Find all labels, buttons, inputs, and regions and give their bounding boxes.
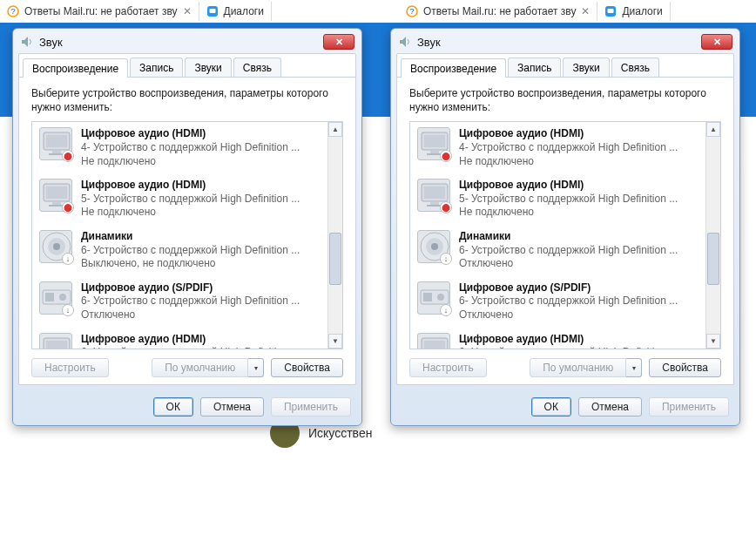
device-item[interactable]: ⬤Цифровое аудио (HDMI)4- Устройство с по… <box>410 122 705 173</box>
dialog-titlebar[interactable]: Звук ✕ <box>13 29 361 53</box>
close-icon[interactable]: ✕ <box>183 5 192 17</box>
tab-bar: Воспроизведение Запись Звуки Связь <box>397 54 733 78</box>
scroll-track[interactable] <box>706 137 720 334</box>
tab-playback[interactable]: Воспроизведение <box>401 58 506 78</box>
properties-button[interactable]: Свойства <box>649 358 721 377</box>
device-item[interactable]: ⬤Цифровое аудио (HDMI)5- Устройство с по… <box>32 173 327 225</box>
device-icon: ↓ <box>39 333 72 349</box>
default-dropdown[interactable]: По умолчанию ▾ <box>152 358 264 377</box>
device-name: Цифровое аудио (HDMI) <box>459 127 699 141</box>
scroll-up-button[interactable]: ▲ <box>706 122 720 137</box>
dialog-icon <box>604 5 617 17</box>
device-icon: ⬤ <box>39 127 72 160</box>
sound-icon <box>398 35 412 49</box>
browser-tab[interactable]: ? Ответы Mail.ru: не работает зву ✕ <box>399 2 598 21</box>
cancel-button[interactable]: Отмена <box>578 397 642 416</box>
device-icon: ↓ <box>417 333 450 349</box>
device-description: 5- Устройство с поддержкой High Definiti… <box>81 193 321 207</box>
tab-sounds[interactable]: Звуки <box>185 58 231 77</box>
device-description: 4- Устройство с поддержкой High Definiti… <box>81 141 321 155</box>
instruction-text: Выберите устройство воспроизведения, пар… <box>397 78 733 121</box>
device-name: Цифровое аудио (HDMI) <box>459 333 699 347</box>
svg-rect-15 <box>52 202 61 205</box>
mail-icon: ? <box>406 5 418 17</box>
scroll-thumb[interactable] <box>707 233 719 285</box>
device-list[interactable]: ⬤Цифровое аудио (HDMI)4- Устройство с по… <box>32 122 327 349</box>
tab-communications[interactable]: Связь <box>233 58 281 77</box>
ok-button[interactable]: ОК <box>153 397 193 416</box>
dialog-body: Воспроизведение Запись Звуки Связь Выбер… <box>396 53 734 385</box>
device-text: Цифровое аудио (HDMI)4- Устройство с под… <box>81 127 321 168</box>
svg-rect-40 <box>423 293 432 301</box>
configure-button[interactable]: Настроить <box>409 358 487 377</box>
device-status: Отключено <box>459 257 699 271</box>
dialog-titlebar[interactable]: Звук ✕ <box>391 29 739 53</box>
tab-sounds[interactable]: Звуки <box>563 58 609 77</box>
tab-playback[interactable]: Воспроизведение <box>23 58 128 78</box>
scrollbar[interactable]: ▲ ▼ <box>327 122 342 349</box>
chevron-down-icon[interactable]: ▾ <box>626 358 642 377</box>
svg-rect-10 <box>46 135 67 147</box>
chevron-down-icon[interactable]: ▾ <box>248 358 264 377</box>
scroll-thumb[interactable] <box>329 233 341 285</box>
browser-tab-strip: ? Ответы Mail.ru: не работает зву ✕ Диал… <box>0 0 756 23</box>
device-item[interactable]: ↓Цифровое аудио (HDMI)6- Устройство с по… <box>32 328 327 349</box>
device-list[interactable]: ⬤Цифровое аудио (HDMI)4- Устройство с по… <box>410 122 705 349</box>
device-description: 6- Устройство с поддержкой High Definiti… <box>81 346 321 349</box>
default-button[interactable]: По умолчанию <box>530 358 626 377</box>
device-list-wrap: ⬤Цифровое аудио (HDMI)4- Устройство с по… <box>409 121 721 349</box>
browser-tab[interactable]: ? Ответы Mail.ru: не работает зву ✕ <box>0 2 199 21</box>
svg-marker-27 <box>400 37 406 47</box>
apply-button[interactable]: Применить <box>271 397 351 416</box>
svg-point-38 <box>431 243 438 250</box>
default-dropdown[interactable]: По умолчанию ▾ <box>530 358 642 377</box>
close-button[interactable]: ✕ <box>701 34 732 50</box>
sound-icon <box>20 35 34 49</box>
device-item[interactable]: ⬤Цифровое аудио (HDMI)5- Устройство с по… <box>410 173 705 225</box>
close-icon[interactable]: ✕ <box>581 5 590 17</box>
ok-button[interactable]: ОК <box>531 397 571 416</box>
device-item[interactable]: ↓Динамики6- Устройство с поддержкой High… <box>410 225 705 276</box>
device-name: Цифровое аудио (HDMI) <box>81 179 321 193</box>
device-item[interactable]: ↓Цифровое аудио (S/PDIF)6- Устройство с … <box>32 276 327 328</box>
device-item[interactable]: ↓Динамики6- Устройство с поддержкой High… <box>32 225 327 276</box>
not-connected-icon: ⬤ <box>440 201 452 213</box>
dialog-body: Воспроизведение Запись Звуки Связь Выбер… <box>18 53 356 385</box>
device-text: Цифровое аудио (HDMI)5- Устройство с под… <box>459 179 699 220</box>
svg-rect-24 <box>46 341 67 349</box>
device-item[interactable]: ⬤Цифровое аудио (HDMI)4- Устройство с по… <box>32 122 327 173</box>
browser-tab[interactable]: Диалоги <box>597 2 670 21</box>
apply-button[interactable]: Применить <box>649 397 729 416</box>
scroll-down-button[interactable]: ▼ <box>706 334 720 349</box>
scrollbar[interactable]: ▲ ▼ <box>705 122 720 349</box>
close-button[interactable]: ✕ <box>323 34 354 50</box>
browser-tab[interactable]: Диалоги <box>199 2 272 21</box>
device-description: 5- Устройство с поддержкой High Definiti… <box>459 193 699 207</box>
tab-communications[interactable]: Связь <box>611 58 659 77</box>
device-icon: ↓ <box>39 230 72 263</box>
cancel-button[interactable]: Отмена <box>200 397 264 416</box>
default-button[interactable]: По умолчанию <box>152 358 248 377</box>
device-name: Цифровое аудио (S/PDIF) <box>459 281 699 295</box>
device-status: Не подключено <box>459 155 699 169</box>
device-item[interactable]: ↓Цифровое аудио (S/PDIF)6- Устройство с … <box>410 276 705 328</box>
tab-recording[interactable]: Запись <box>130 58 183 77</box>
action-row: Настроить По умолчанию ▾ Свойства <box>397 349 733 381</box>
scroll-track[interactable] <box>328 137 342 334</box>
device-name: Цифровое аудио (S/PDIF) <box>81 281 321 295</box>
device-name: Динамики <box>81 230 321 244</box>
svg-rect-34 <box>430 202 439 205</box>
device-list-wrap: ⬤Цифровое аудио (HDMI)4- Устройство с по… <box>31 121 343 349</box>
tab-recording[interactable]: Запись <box>508 58 561 77</box>
svg-point-22 <box>59 294 66 301</box>
device-item[interactable]: ↓Цифровое аудио (HDMI)6- Устройство с по… <box>410 328 705 349</box>
properties-button[interactable]: Свойства <box>271 358 343 377</box>
device-type-icon <box>39 333 72 349</box>
svg-rect-33 <box>424 186 445 199</box>
scroll-up-button[interactable]: ▲ <box>328 122 342 137</box>
action-row: Настроить По умолчанию ▾ Свойства <box>19 349 355 381</box>
device-description: 6- Устройство с поддержкой High Definiti… <box>459 244 699 258</box>
scroll-down-button[interactable]: ▼ <box>328 334 342 349</box>
configure-button[interactable]: Настроить <box>31 358 109 377</box>
disabled-icon: ↓ <box>62 253 74 265</box>
